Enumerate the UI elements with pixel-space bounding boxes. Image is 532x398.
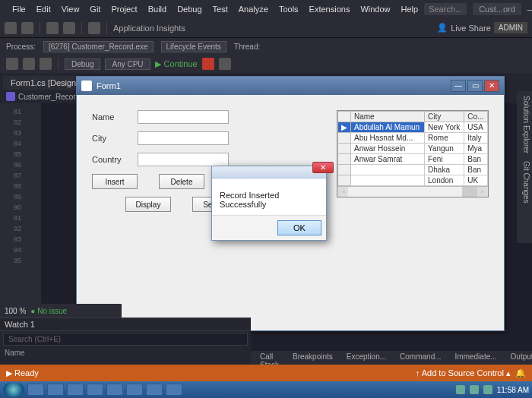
menu-window[interactable]: Window	[356, 2, 394, 16]
new-project-icon[interactable]	[6, 58, 18, 70]
app-maximize-button[interactable]: ▭	[467, 80, 483, 92]
grid-row[interactable]: Anwar HosseinYangunMya	[338, 144, 488, 154]
taskbar-item[interactable]	[146, 384, 163, 396]
undo-icon[interactable]	[88, 22, 100, 34]
zoom-label[interactable]: 100 %	[5, 307, 26, 315]
tab-command[interactable]: Command...	[394, 351, 447, 365]
insert-button[interactable]: Insert	[92, 174, 138, 189]
git-changes-tab[interactable]: Git Changes	[518, 161, 530, 204]
taskbar-item[interactable]	[27, 384, 44, 396]
clock[interactable]: 11:58 AM	[497, 386, 529, 394]
tab-form1-design[interactable]: Form1.cs [Design]	[3, 76, 86, 90]
save-icon-2[interactable]	[40, 58, 52, 70]
scroll-left-icon[interactable]: ◂	[337, 187, 348, 197]
toolbar-debug: Debug Any CPU ▶ Continue	[0, 55, 532, 73]
process-combo[interactable]: [6276] Customer_Record.exe	[43, 41, 154, 52]
taskbar-item[interactable]	[126, 384, 143, 396]
open-icon[interactable]	[23, 58, 35, 70]
back-icon[interactable]	[5, 22, 17, 34]
tab-callstack[interactable]: Call Stack	[254, 351, 285, 365]
taskbar-item[interactable]	[87, 384, 103, 396]
grid-header-name[interactable]: Name	[351, 112, 425, 122]
search-input[interactable]: Search...	[424, 3, 467, 15]
message-box: ✕ Record Inserted Successfully OK	[211, 166, 327, 241]
stop-icon[interactable]	[202, 58, 214, 70]
tab-exception[interactable]: Exception...	[340, 351, 392, 365]
watch-panel: Watch 1 Search (Ctrl+E) Name	[0, 317, 251, 365]
name-label: Name	[92, 112, 138, 122]
solution-title: Cust...ord	[473, 3, 521, 15]
grid-row[interactable]: DhakaBan	[338, 165, 488, 175]
grid-hscroll[interactable]: ◂ ▸	[337, 186, 488, 197]
tab-label: Form1.cs [Design]	[11, 78, 78, 87]
grid-corner	[338, 112, 351, 122]
menu-project[interactable]: Project	[106, 2, 141, 16]
tray-icon[interactable]	[483, 385, 492, 394]
step-icon[interactable]	[219, 58, 231, 70]
grid-row[interactable]: Abu Hasnat Md...RomeItaly	[338, 133, 488, 144]
tab-breakpoints[interactable]: Breakpoints	[287, 351, 339, 365]
taskbar-item[interactable]	[166, 384, 182, 396]
menu-help[interactable]: Help	[397, 2, 423, 16]
grid-header-country[interactable]: Co...	[464, 112, 488, 122]
platform-combo[interactable]: Any CPU	[105, 58, 150, 70]
app-insights-label[interactable]: Application Insights	[113, 24, 185, 33]
window-minimize-icon[interactable]: —	[527, 5, 532, 14]
live-share-button[interactable]: 👤 Live Share ADMIN	[437, 22, 527, 33]
system-tray[interactable]: 11:58 AM	[456, 385, 529, 394]
windows-taskbar: 11:58 AM	[0, 381, 532, 398]
scroll-thumb[interactable]	[462, 187, 477, 197]
menu-test[interactable]: Test	[208, 2, 233, 16]
save-all-icon[interactable]	[63, 22, 75, 34]
right-dock: Solution Explorer Git Changes	[517, 91, 532, 243]
source-control-button[interactable]: ↑ Add to Source Control ▴	[416, 368, 511, 378]
data-grid[interactable]: Name City Co... ▶ Abdullah Al Mamun New …	[337, 110, 489, 197]
debug-process-bar: Process: [6276] Customer_Record.exe Life…	[0, 38, 532, 55]
taskbar-item[interactable]	[47, 384, 64, 396]
tab-output[interactable]: Output	[505, 351, 532, 365]
app-minimize-button[interactable]: —	[451, 80, 466, 92]
name-input[interactable]	[138, 110, 229, 124]
tray-icon[interactable]	[470, 385, 479, 394]
menu-extensions[interactable]: Extensions	[305, 2, 355, 16]
continue-button[interactable]: ▶ Continue	[155, 59, 198, 69]
config-combo[interactable]: Debug	[65, 58, 100, 70]
watch-search-input[interactable]: Search (Ctrl+E)	[3, 333, 248, 346]
message-box-titlebar[interactable]: ✕	[212, 166, 326, 178]
scroll-right-icon[interactable]: ▸	[477, 187, 488, 197]
lifecycle-combo[interactable]: Lifecycle Events	[161, 41, 226, 52]
menu-view[interactable]: View	[57, 2, 84, 16]
continue-label: Continue	[164, 59, 198, 68]
grid-row[interactable]: ▶ Abdullah Al Mamun New YorkUSA	[338, 122, 488, 133]
breadcrumb-text[interactable]: Customer_Record	[18, 93, 80, 101]
display-button[interactable]: Display	[125, 197, 171, 212]
grid-header-city[interactable]: City	[425, 112, 464, 122]
tab-immediate[interactable]: Immediate...	[449, 351, 503, 365]
tray-icon[interactable]	[456, 385, 465, 394]
forward-icon[interactable]	[21, 22, 33, 34]
menu-build[interactable]: Build	[144, 2, 171, 16]
menu-git[interactable]: Git	[85, 2, 105, 16]
save-icon[interactable]	[46, 22, 59, 34]
country-input[interactable]	[138, 153, 229, 166]
live-share-icon: 👤	[437, 23, 448, 33]
taskbar-item[interactable]	[67, 384, 84, 396]
menu-debug[interactable]: Debug	[173, 2, 206, 16]
grid-row[interactable]: Anwar SamratFeniBan	[338, 154, 488, 165]
message-box-close-button[interactable]: ✕	[312, 162, 334, 173]
menu-analyze[interactable]: Analyze	[234, 2, 273, 16]
grid-row[interactable]: LondonUK	[338, 175, 488, 186]
app-close-button[interactable]: ✕	[484, 80, 499, 92]
notification-icon[interactable]: 🔔	[515, 368, 526, 378]
start-button[interactable]	[3, 383, 24, 396]
no-issues-indicator: ● No issue	[30, 307, 67, 315]
menu-file[interactable]: File	[8, 2, 30, 16]
taskbar-item[interactable]	[106, 384, 123, 396]
menu-tools[interactable]: Tools	[274, 2, 303, 16]
solution-explorer-tab[interactable]: Solution Explorer	[518, 96, 530, 153]
menu-edit[interactable]: Edit	[32, 2, 55, 16]
delete-button[interactable]: Delete	[159, 174, 204, 189]
message-box-ok-button[interactable]: OK	[277, 220, 321, 235]
city-input[interactable]	[138, 131, 229, 145]
app-window-titlebar[interactable]: Form1 — ▭ ✕	[77, 77, 504, 95]
